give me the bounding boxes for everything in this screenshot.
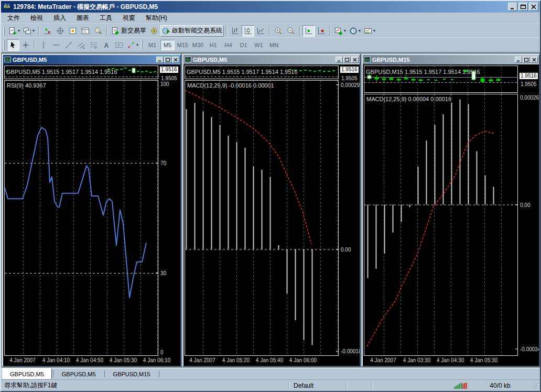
indicator-label: MACD(12,25,9) -0.00016 0.00001 [187, 82, 274, 89]
market-watch-button[interactable] [41, 25, 54, 37]
new-order-button[interactable]: 新交易單 [110, 25, 148, 37]
periods-button[interactable]: ▾ [348, 25, 362, 37]
indicator-label: MACD(12,25,9) 0.00004 0.00016 [366, 96, 451, 102]
price-subwindow[interactable]: GBPUSD,M5 1.9515 1.9517 1.9514 1.9516 [185, 66, 339, 79]
app-icon [3, 2, 11, 12]
timeframe-h4-button[interactable]: H4 [221, 40, 235, 50]
tab-separator [53, 371, 53, 377]
metaeditor-button[interactable] [148, 25, 160, 37]
chart-close-button[interactable] [531, 57, 538, 63]
status-profile[interactable]: Default [289, 382, 346, 389]
menu-item-0[interactable]: 文件 [2, 13, 25, 24]
quote-line: GBPUSD,M5 1.9515 1.9517 1.9514 1.9516 [187, 69, 298, 75]
text-button[interactable]: A [100, 39, 113, 51]
resize-grip[interactable] [532, 382, 539, 391]
chart-close-button[interactable] [351, 57, 359, 63]
time-axis-tick: 4 Jan 06:10 [143, 357, 170, 363]
menu-item-3[interactable]: 圖表 [71, 13, 94, 24]
toolbar-grip [3, 26, 5, 36]
expert-advisors-label: 啟動智能交易系統 [172, 26, 222, 35]
chart-tab-2[interactable]: GBPUSD,M15 [106, 368, 158, 379]
terminal-button[interactable] [79, 25, 92, 37]
chart-icon [364, 55, 371, 64]
chart-minimize-button[interactable] [515, 57, 522, 63]
menu-item-1[interactable]: 檢視 [25, 13, 48, 24]
chart-body: GBPUSD,M5 1.9515 1.9517 1.9514 1.9516 1.… [3, 64, 180, 366]
chart-minimize-button[interactable] [336, 57, 343, 63]
menu-item-2[interactable]: 插入 [48, 13, 71, 24]
timeframe-m30-button[interactable]: M30 [191, 40, 205, 50]
y-axis-tick: 0.00026 [520, 95, 539, 101]
minimize-button[interactable] [508, 3, 517, 11]
chart-tab-0[interactable]: GBPUSD,M5 [2, 368, 52, 379]
chart-title-bar[interactable]: GBPUSD,M5 [3, 55, 180, 64]
candlestick-button[interactable] [242, 25, 254, 37]
chart-maximize-button[interactable] [523, 57, 530, 63]
indicator-subwindow[interactable]: MACD(12,25,9) 0.00004 0.00016 [364, 94, 518, 356]
chevron-down-icon: ▾ [344, 28, 346, 33]
expert-advisors-button[interactable]: 啟動智能交易系統 [160, 25, 224, 37]
menu-item-4[interactable]: 工具 [94, 13, 117, 24]
zoom-out-button[interactable] [285, 25, 297, 37]
maximize-button[interactable] [518, 3, 528, 11]
chart-close-button[interactable] [172, 57, 179, 63]
auto-scroll-button[interactable] [302, 25, 315, 37]
time-axis-tick: 4 Jan 04:10 [42, 357, 70, 363]
mdi-area: GBPUSD,M5 GBPUSD,M5 1.9515 1.9517 1.9514… [1, 52, 540, 368]
toolbar-separator [34, 40, 35, 50]
timeframe-w1-button[interactable]: W1 [252, 40, 266, 50]
menu-item-5[interactable]: 視窗 [117, 13, 140, 24]
crosshair-button[interactable] [19, 39, 32, 51]
profiles-button[interactable]: ▾ [21, 25, 36, 37]
indicator-subwindow[interactable]: MACD(12,25,9) -0.00016 0.00001 [185, 80, 339, 356]
connection-status-icon [454, 382, 469, 389]
strategy-tester-button[interactable] [92, 25, 104, 37]
chart-shift-button[interactable] [315, 25, 328, 37]
chevron-down-icon: ▾ [373, 28, 375, 33]
indicators-button[interactable]: ▾ [333, 25, 348, 37]
navigator-button[interactable] [67, 25, 79, 37]
indicator-subwindow[interactable]: RSI(9) 40.9367 [4, 80, 158, 356]
chart-title-bar[interactable]: GBPUSD,M5 [183, 55, 360, 64]
vertical-line-button[interactable] [37, 39, 50, 51]
timeframe-m1-button[interactable]: M1 [145, 40, 159, 50]
arrows-button[interactable]: ▾ [125, 39, 140, 51]
timeframe-d1-button[interactable]: D1 [236, 40, 251, 50]
text-label-button[interactable]: T [113, 39, 125, 51]
menu-item-6[interactable]: 幫助(H) [140, 13, 172, 24]
timeframe-mn-button[interactable]: MN [267, 40, 281, 50]
cursor-button[interactable] [7, 39, 19, 51]
equidistant-channel-button[interactable]: E [75, 39, 88, 51]
price-subwindow[interactable]: GBPUSD,M15 1.9515 1.9517 1.9514 1.9516 [364, 66, 518, 93]
window-title-bar[interactable]: 129784: MetaTrader - 模擬交易帳戶 - GBPUSD,M5 [1, 1, 540, 13]
chart-maximize-button[interactable] [164, 57, 171, 63]
time-axis-tick: 4 Jan 04:30 [437, 357, 464, 363]
horizontal-line-button[interactable] [50, 39, 62, 51]
toolbar-separator [299, 26, 300, 36]
chart-tab-1[interactable]: GBPUSD,M5 [55, 368, 103, 379]
time-axis: 4 Jan 20074 Jan 05:204 Jan 05:404 Jan 06… [185, 357, 339, 364]
price-subwindow[interactable]: GBPUSD,M5 1.9515 1.9517 1.9514 1.9516 [4, 66, 158, 79]
chart-maximize-button[interactable] [343, 57, 351, 63]
time-axis-tick: 4 Jan 2007 [370, 357, 396, 363]
svg-text:F: F [95, 46, 97, 49]
templates-button[interactable]: ▾ [362, 25, 377, 37]
toolbar-separator [38, 26, 39, 36]
timeframe-m5-button[interactable]: M5 [160, 40, 175, 50]
bar-chart-button[interactable] [229, 25, 242, 37]
timeframe-m15-button[interactable]: M15 [176, 40, 190, 50]
new-chart-button[interactable]: ▾ [7, 25, 21, 37]
data-window-button[interactable] [54, 25, 67, 37]
quote-line: GBPUSD,M5 1.9515 1.9517 1.9514 1.9516 [6, 69, 117, 75]
chart-minimize-button[interactable] [156, 57, 164, 63]
chart-title: GBPUSD,M5 [193, 57, 336, 63]
trendline-button[interactable] [62, 39, 75, 51]
fibonacci-button[interactable]: F [88, 39, 100, 51]
zoom-in-button[interactable] [272, 25, 285, 37]
timeframe-h1-button[interactable]: H1 [206, 40, 220, 50]
line-chart-button[interactable] [254, 25, 267, 37]
close-button[interactable] [529, 3, 538, 11]
chart-title-bar[interactable]: GBPUSD,M15 [363, 55, 539, 64]
y-axis-tick: -0.00034 [520, 346, 539, 352]
time-axis-tick: 4 Jan 05:20 [222, 357, 250, 363]
